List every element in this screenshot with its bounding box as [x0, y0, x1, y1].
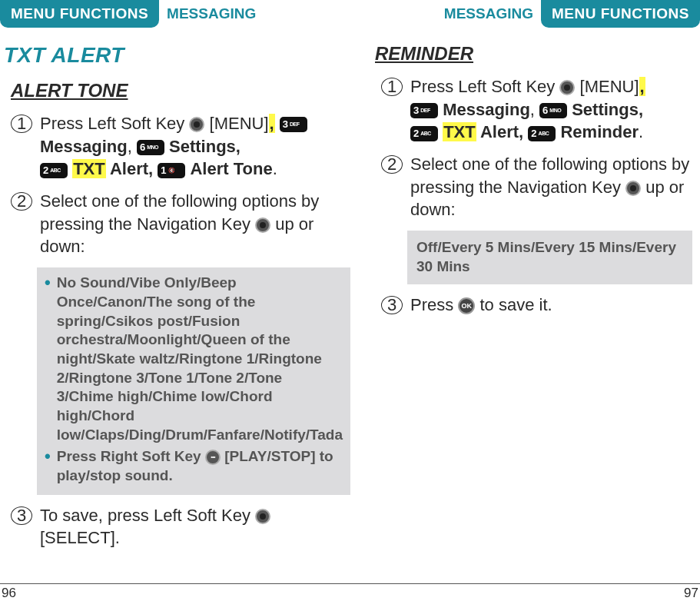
text-highlight: TXT — [72, 159, 106, 178]
step-2: 2 Select one of the following options by… — [11, 190, 350, 258]
left-page: MENU FUNCTIONS MESSAGING TXT ALERT ALERT… — [0, 0, 364, 601]
step-1: 1 Press Left Soft Key [MENU], 3DEF Messa… — [381, 75, 692, 144]
text: , — [128, 137, 137, 156]
step-3: 3 Press OK to save it. — [381, 294, 692, 317]
key-2-icon: 2ABC — [40, 163, 68, 178]
step-number: 1 — [11, 115, 32, 133]
text: . — [639, 122, 643, 141]
left-soft-key-icon — [255, 509, 270, 524]
bullet-icon: • — [45, 447, 51, 466]
bullet-icon: • — [45, 274, 51, 292]
subsection-alert-tone: ALERT TONE — [11, 80, 358, 101]
text: , — [640, 77, 645, 96]
ok-button-icon: OK — [458, 297, 475, 314]
step-2: 2 Select one of the following options by… — [381, 153, 692, 221]
text: Press — [410, 295, 458, 314]
alert-tone-steps-cont: 3 To save, press Left Soft Key [SELECT]. — [0, 504, 358, 550]
text: Press Left Soft Key — [40, 114, 189, 133]
left-soft-key-icon — [189, 117, 204, 132]
key-1-icon: 1🔇 — [158, 163, 185, 178]
footer-divider — [364, 583, 700, 584]
step-3: 3 To save, press Left Soft Key [SELECT]. — [11, 504, 350, 550]
menu-functions-pill: MENU FUNCTIONS — [0, 0, 159, 28]
step-number: 3 — [381, 296, 403, 314]
step-number: 3 — [11, 506, 32, 525]
text: Alert, — [106, 159, 154, 178]
page-number: 96 — [2, 586, 16, 601]
text: Alert, — [476, 122, 524, 141]
messaging-label: MESSAGING — [167, 5, 256, 22]
step-number: 2 — [381, 155, 403, 174]
options-list: Off/Every 5 Mins/Every 15 Mins/Every 30 … — [416, 239, 676, 274]
nav-key-icon — [255, 217, 270, 233]
text: Alert Tone — [190, 159, 272, 178]
text: , — [270, 114, 274, 133]
page-number: 97 — [684, 586, 698, 601]
footer-divider — [0, 583, 364, 584]
reminder-options-box: Off/Every 5 Mins/Every 15 Mins/Every 30 … — [407, 231, 692, 284]
menu-functions-pill: MENU FUNCTIONS — [541, 0, 700, 28]
alert-tone-options-box: • No Sound/Vibe Only/Beep Once/Canon/The… — [37, 267, 350, 495]
step-number: 1 — [381, 78, 403, 96]
text: to save it. — [479, 295, 552, 314]
text: Reminder — [560, 122, 638, 141]
text: Settings, — [572, 100, 643, 119]
reminder-steps: 1 Press Left Soft Key [MENU], 3DEF Messa… — [370, 75, 700, 221]
step-number: 2 — [11, 192, 32, 211]
key-6-icon: 6MNO — [137, 140, 164, 155]
text: Messaging — [443, 100, 530, 119]
key-2-icon: 2ABC — [410, 126, 438, 141]
header-right: MESSAGING MENU FUNCTIONS — [370, 0, 700, 28]
text: [MENU] — [210, 114, 269, 133]
subsection-reminder: REMINDER — [375, 43, 700, 65]
header-left: MENU FUNCTIONS MESSAGING — [0, 0, 358, 28]
step-1: 1 Press Left Soft Key [MENU], 3DEF Messa… — [11, 112, 350, 181]
text: Press Right Soft Key — [57, 448, 205, 464]
reminder-steps-cont: 3 Press OK to save it. — [370, 294, 700, 317]
left-soft-key-icon — [559, 80, 575, 95]
alert-tone-steps: 1 Press Left Soft Key [MENU], 3DEF Messa… — [0, 112, 358, 258]
text: [SELECT]. — [40, 528, 120, 547]
text: , — [530, 100, 539, 119]
options-list: No Sound/Vibe Only/Beep Once/Canon/The s… — [57, 274, 343, 444]
text: [MENU] — [580, 77, 639, 96]
key-3-icon: 3DEF — [410, 103, 438, 118]
text-highlight: TXT — [443, 122, 476, 141]
text: Settings, — [169, 137, 241, 156]
text: Messaging — [40, 137, 128, 156]
key-2-icon: 2ABC — [528, 126, 556, 141]
section-title-txt-alert: TXT ALERT — [4, 43, 358, 68]
right-page: MESSAGING MENU FUNCTIONS REMINDER 1 Pres… — [364, 0, 700, 601]
key-3-icon: 3DEF — [280, 117, 307, 132]
right-soft-key-icon — [205, 450, 221, 465]
key-6-icon: 6MNO — [539, 103, 567, 118]
text: . — [273, 159, 277, 178]
messaging-label: MESSAGING — [444, 5, 533, 22]
nav-key-icon — [625, 181, 641, 196]
text: Press Left Soft Key — [410, 77, 559, 96]
text: To save, press Left Soft Key — [40, 506, 255, 525]
